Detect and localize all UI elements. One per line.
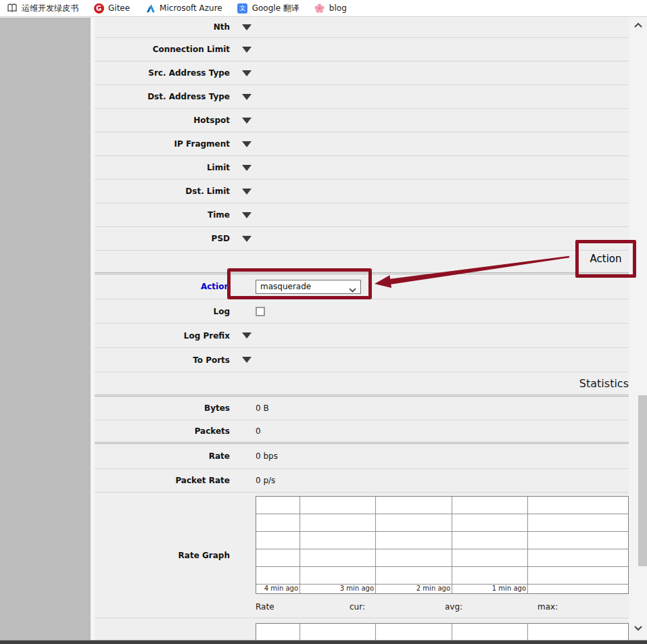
field-label: Limit — [95, 163, 230, 172]
bookmark-blog[interactable]: blog — [314, 3, 347, 14]
stat-row-packets: Packets 0 — [95, 420, 629, 442]
expand-arrow-icon[interactable] — [242, 94, 251, 100]
field-label: IP Fragment — [95, 139, 230, 149]
stat-row-packet-rate: Packet Rate 0 p/s — [95, 469, 629, 493]
stat-row-bytes: Bytes 0 B — [95, 397, 629, 420]
nat-rule-form: Nth Connection Limit Src. Address Type D… — [95, 17, 629, 640]
time-axis-label: 3 min ago — [300, 585, 376, 593]
vertical-scrollbar[interactable] — [629, 18, 647, 640]
form-row-dst-limit: Dst. Limit — [95, 180, 629, 203]
time-axis-label: 2 min ago — [376, 585, 452, 593]
expand-arrow-icon[interactable] — [242, 212, 251, 218]
form-row-dst-address-type: Dst. Address Type — [95, 85, 629, 109]
log-checkbox[interactable] — [256, 307, 265, 316]
packet-rate-graph — [256, 623, 629, 640]
stat-row-rate: Rate 0 bps — [95, 444, 629, 469]
rate-graph-row: Rate Graph 4 min ago 3 min ago 2 min ago… — [95, 493, 629, 618]
expand-arrow-icon[interactable] — [242, 24, 251, 30]
expand-arrow-icon[interactable] — [242, 189, 251, 195]
stat-value: 0 B — [256, 403, 269, 413]
stat-value: 0 — [256, 426, 261, 436]
field-label: Dst. Limit — [95, 187, 230, 196]
form-row-connection-limit: Connection Limit — [95, 38, 629, 61]
scrollbar-thumb[interactable] — [638, 395, 647, 566]
field-label: Connection Limit — [95, 45, 230, 54]
bookmark-label: Microsoft Azure — [160, 3, 222, 13]
bookmark-label: Google 翻译 — [252, 3, 299, 14]
form-row-psd: PSD — [95, 227, 629, 251]
stat-label: Rate — [95, 451, 230, 461]
time-axis-label: 1 min ago — [452, 585, 528, 593]
rate-graph: 4 min ago 3 min ago 2 min ago 1 min ago … — [256, 496, 629, 614]
bookmark-azure[interactable]: Microsoft Azure — [145, 3, 222, 14]
bookmark-gitee[interactable]: G Gitee — [93, 3, 130, 14]
action-select[interactable]: masquerade — [256, 280, 361, 294]
window-bottom-edge — [0, 640, 647, 644]
scroll-up-icon[interactable] — [633, 20, 644, 31]
bookmark-label: Gitee — [108, 3, 130, 13]
rate-graph-label: Rate Graph — [95, 551, 230, 560]
expand-arrow-icon[interactable] — [242, 70, 251, 76]
stat-value: 0 p/s — [256, 476, 275, 485]
stat-value: 0 bps — [256, 451, 278, 461]
time-axis-label: 4 min ago — [256, 585, 300, 593]
stat-label: Packets — [95, 426, 230, 436]
book-icon — [7, 3, 18, 14]
rate-graph-grid: 4 min ago 3 min ago 2 min ago 1 min ago — [256, 496, 629, 594]
expand-arrow-icon[interactable] — [242, 357, 251, 363]
legend-series-name: Rate — [256, 602, 274, 612]
expand-arrow-icon[interactable] — [242, 47, 251, 53]
expand-arrow-icon[interactable] — [242, 332, 251, 339]
stat-label: Packet Rate — [95, 476, 230, 485]
field-label: To Ports — [95, 355, 230, 365]
chevron-down-icon — [349, 285, 356, 295]
bookmark-google-translate[interactable]: 文 Google 翻译 — [237, 3, 299, 14]
form-row-limit: Limit — [95, 156, 629, 180]
scroll-down-icon[interactable] — [633, 622, 644, 633]
expand-arrow-icon[interactable] — [242, 141, 251, 147]
form-row-action: Action masquerade — [95, 274, 629, 299]
packet-rate-graph-row — [95, 618, 629, 640]
field-label: Log — [95, 307, 230, 316]
bookmark-greenbook[interactable]: 运维开发绿皮书 — [7, 3, 78, 14]
gitee-icon: G — [93, 3, 104, 14]
action-select-value: masquerade — [256, 282, 360, 291]
bookmarks-bar: 运维开发绿皮书 G Gitee Microsoft Azure 文 Google… — [0, 0, 647, 17]
form-row-nth: Nth — [95, 17, 629, 38]
statistics-header-row: Statistics — [95, 372, 629, 395]
annotation-callout-label: Action — [590, 253, 622, 265]
legend-cur-label: cur: — [350, 602, 365, 612]
statistics-title: Statistics — [95, 377, 629, 390]
field-label: Log Prefix — [95, 331, 230, 341]
stat-label: Bytes — [95, 403, 230, 413]
action-label: Action — [95, 282, 230, 291]
form-row-ip-fragment: IP Fragment — [95, 132, 629, 156]
field-label: PSD — [95, 234, 230, 243]
legend-avg-label: avg: — [445, 602, 462, 612]
bookmark-label: 运维开发绿皮书 — [22, 3, 78, 14]
field-label: Dst. Address Type — [95, 92, 230, 101]
bookmark-label: blog — [329, 3, 347, 13]
form-row-src-address-type: Src. Address Type — [95, 61, 629, 85]
google-translate-icon: 文 — [237, 3, 248, 14]
field-label: Hotspot — [95, 116, 230, 125]
spacer-row — [95, 251, 629, 272]
form-row-log-prefix: Log Prefix — [95, 324, 629, 348]
expand-arrow-icon[interactable] — [242, 236, 251, 242]
form-row-hotspot: Hotspot — [95, 109, 629, 132]
rate-graph-legend: Rate cur: avg: max: — [256, 602, 629, 614]
field-label: Nth — [95, 22, 230, 32]
form-row-time: Time — [95, 203, 629, 227]
form-row-log: Log — [95, 299, 629, 324]
expand-arrow-icon[interactable] — [242, 118, 251, 124]
field-label: Time — [95, 210, 230, 220]
azure-icon — [145, 3, 155, 14]
form-row-to-ports: To Ports — [95, 348, 629, 372]
sidebar-menu-area — [0, 18, 91, 640]
field-label: Src. Address Type — [95, 68, 230, 78]
legend-max-label: max: — [537, 602, 558, 612]
flower-icon — [314, 3, 325, 14]
expand-arrow-icon[interactable] — [242, 165, 251, 171]
annotation-callout-box: Action — [575, 240, 636, 278]
